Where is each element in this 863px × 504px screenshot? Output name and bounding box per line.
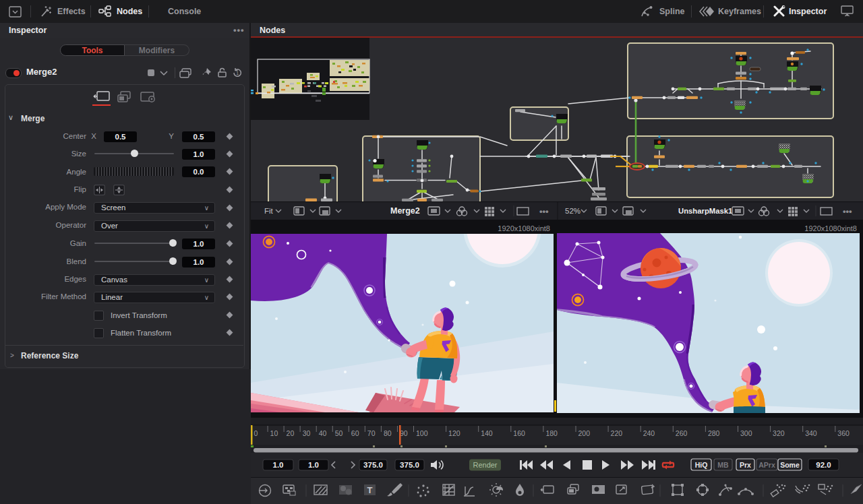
svg-text:Prx: Prx	[740, 461, 751, 469]
svg-text:1.0: 1.0	[308, 461, 319, 469]
svg-text:Some: Some	[780, 461, 800, 469]
svg-text:220: 220	[611, 429, 623, 437]
svg-text:140: 140	[481, 429, 493, 437]
svg-text:50: 50	[335, 429, 343, 437]
svg-text:•••: •••	[539, 206, 549, 216]
svg-text:Merge2: Merge2	[390, 206, 420, 216]
svg-text:1: 1	[236, 71, 239, 75]
svg-text:280: 280	[708, 429, 720, 437]
svg-text:300: 300	[740, 429, 752, 437]
svg-text:20: 20	[287, 429, 295, 437]
svg-text:70: 70	[367, 429, 376, 437]
svg-text:10: 10	[270, 429, 278, 437]
svg-text:1.0: 1.0	[273, 461, 284, 469]
svg-text:320: 320	[773, 429, 785, 437]
svg-text:80: 80	[384, 429, 392, 437]
svg-text:360: 360	[837, 429, 850, 437]
svg-text:100: 100	[416, 429, 428, 437]
svg-text:92.0: 92.0	[816, 461, 831, 469]
svg-text:UnsharpMask1: UnsharpMask1	[678, 207, 732, 215]
svg-text:Fit: Fit	[264, 207, 274, 215]
svg-text:HiQ: HiQ	[695, 461, 708, 469]
svg-text:40: 40	[319, 429, 327, 437]
svg-text:260: 260	[676, 429, 688, 437]
svg-text:T: T	[367, 485, 373, 495]
svg-text:90: 90	[400, 429, 408, 437]
svg-text:30: 30	[303, 429, 311, 437]
svg-text:0: 0	[254, 429, 258, 437]
svg-text:340: 340	[805, 429, 817, 437]
svg-text:120: 120	[448, 429, 460, 437]
svg-text:60: 60	[351, 429, 359, 437]
svg-text:160: 160	[513, 429, 525, 437]
svg-text:•••: •••	[843, 206, 852, 216]
svg-text:Render: Render	[473, 461, 497, 469]
svg-text:200: 200	[578, 429, 591, 437]
svg-text:375.0: 375.0	[363, 461, 383, 469]
svg-text:180: 180	[545, 429, 558, 437]
svg-text:375.0: 375.0	[400, 461, 419, 469]
svg-text:MB: MB	[717, 461, 729, 469]
svg-text:240: 240	[643, 429, 655, 437]
svg-text:APrx: APrx	[758, 461, 775, 469]
svg-text:52%: 52%	[565, 207, 581, 215]
